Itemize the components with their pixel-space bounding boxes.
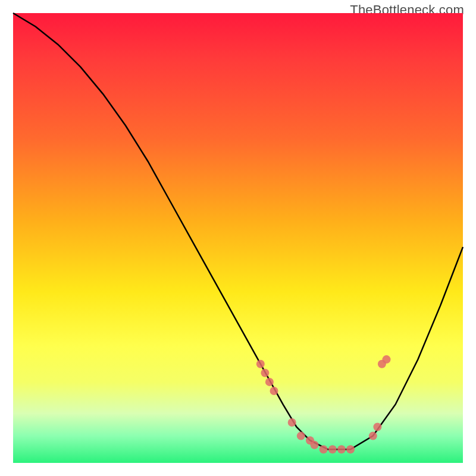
marker-dot	[256, 360, 265, 368]
marker-dot	[265, 378, 274, 386]
marker-dot	[297, 432, 305, 440]
chart-stage: TheBottleneck.com	[0, 0, 476, 476]
marker-dot	[311, 441, 319, 449]
plot-area	[13, 13, 463, 463]
chart-svg	[13, 13, 463, 463]
bottleneck-curve	[13, 13, 463, 449]
marker-dot	[261, 369, 269, 377]
marker-dot	[369, 432, 377, 440]
marker-dot	[383, 355, 391, 364]
marker-dot	[346, 445, 355, 453]
marker-dot	[328, 445, 337, 453]
marker-dot	[337, 445, 346, 453]
marker-dot	[320, 445, 328, 453]
marker-dot	[270, 387, 278, 395]
marker-dot	[373, 423, 381, 431]
marker-dots	[256, 355, 391, 453]
marker-dot	[288, 418, 296, 427]
